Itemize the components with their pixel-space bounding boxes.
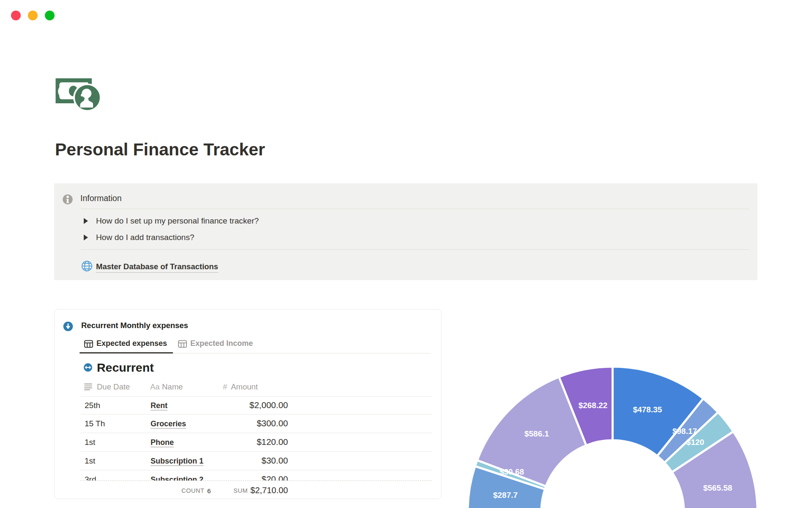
svg-text:$287.7: $287.7	[493, 491, 518, 500]
svg-text:$98.17: $98.17	[672, 427, 697, 436]
svg-text:$30.68: $30.68	[499, 467, 524, 476]
svg-text:$478.35: $478.35	[633, 405, 662, 414]
svg-text:$120: $120	[686, 438, 704, 447]
svg-text:$565.58: $565.58	[703, 483, 732, 492]
svg-text:$586.1: $586.1	[524, 429, 549, 438]
svg-text:$268.22: $268.22	[579, 401, 608, 410]
